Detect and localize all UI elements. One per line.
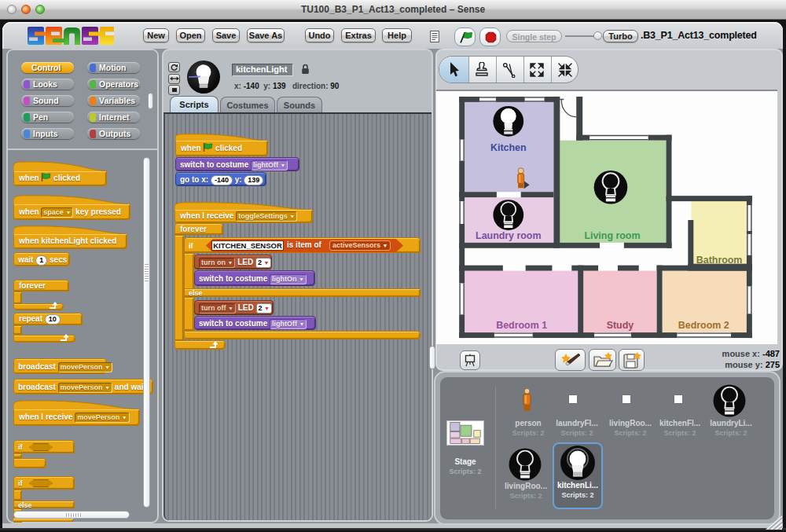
svg-text:Laundry room: Laundry room (476, 230, 541, 241)
svg-text:Bathroom: Bathroom (696, 255, 743, 266)
svg-text:Kitchen: Kitchen (490, 142, 527, 153)
svg-text:Bedroom 2: Bedroom 2 (678, 320, 729, 331)
svg-text:Living room: Living room (584, 230, 640, 241)
svg-text:Study: Study (607, 320, 634, 331)
svg-text:Bedroom 1: Bedroom 1 (496, 320, 547, 331)
